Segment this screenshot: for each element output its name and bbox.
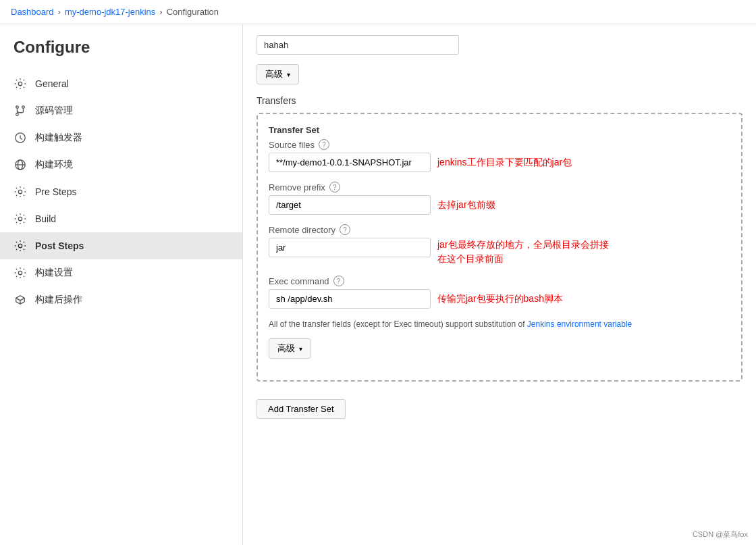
gear-icon [14,77,27,90]
watermark: CSDN @菜鸟fox [693,529,748,540]
svg-point-0 [18,82,22,85]
svg-point-1 [16,106,19,109]
remote-dir-label: Remote directory ? [269,224,730,235]
sidebar-item-presteps-label: Pre Steps [35,186,76,197]
top-value-field[interactable]: hahah [256,35,459,55]
clock-icon [14,131,27,145]
exec-cmd-label: Exec command ? [269,276,730,286]
sidebar-item-triggers-label: 构建触发器 [35,132,82,144]
svg-point-2 [22,106,25,109]
remove-prefix-help-icon[interactable]: ? [329,182,340,192]
source-files-group: Source files ? jenkins工作目录下要匹配的jar包 [269,139,730,172]
remote-dir-annotation: jar包最终存放的地方，全局根目录会拼接 在这个目录前面 [437,238,609,266]
sidebar-item-triggers[interactable]: 构建触发器 [0,124,242,151]
breadcrumb: Dashboard › my-demo-jdk17-jenkins › Conf… [0,0,756,24]
source-files-help-icon[interactable]: ? [319,139,329,150]
svg-point-3 [16,113,19,116]
svg-point-10 [18,271,22,274]
source-files-label: Source files ? [269,139,730,150]
add-transfer-set-button[interactable]: Add Transfer Set [256,399,346,419]
svg-point-8 [18,217,22,220]
main-content: hahah 高级 ▾ Transfers Transfer Set Source… [243,24,756,545]
sidebar-title: Configure [0,38,242,70]
globe-icon [14,158,27,172]
exec-cmd-annotation: 传输完jar包要执行的bash脚本 [437,293,563,305]
breadcrumb-current: Configuration [167,7,219,17]
fork-icon [14,104,27,118]
transfer-set-box: Transfer Set Source files ? jenkins工作目录下… [256,113,742,382]
advanced-button-bottom[interactable]: 高级 ▾ [269,338,311,359]
svg-point-7 [18,190,22,193]
remove-prefix-group: Remove prefix ? 去掉jar包前缀 [269,182,730,215]
sidebar: Configure General 源码管理 [0,24,243,545]
sidebar-item-build-label: Build [35,213,56,224]
sidebar-item-poststeps[interactable]: Post Steps [0,232,242,259]
sidebar-item-build[interactable]: Build [0,205,242,232]
sidebar-item-poststeps-label: Post Steps [35,240,84,251]
advanced-button-top[interactable]: 高级 ▾ [256,64,299,84]
info-text: All of the transfer fields (except for E… [269,318,730,330]
exec-cmd-help-icon[interactable]: ? [333,276,344,286]
remote-dir-group: Remote directory ? jar包最终存放的地方，全局根目录会拼接 … [269,224,730,266]
gear-poststeps-icon [14,239,27,253]
transfers-label: Transfers [256,95,742,106]
sidebar-item-source[interactable]: 源码管理 [0,97,242,124]
chevron-down-icon: ▾ [287,71,290,78]
source-files-annotation: jenkins工作目录下要匹配的jar包 [437,157,572,169]
sidebar-item-settings-label: 构建设置 [35,267,73,279]
remove-prefix-input[interactable] [269,195,431,215]
sidebar-item-env[interactable]: 构建环境 [0,151,242,178]
exec-cmd-input[interactable] [269,289,431,309]
source-files-input[interactable] [269,153,431,172]
sidebar-item-presteps[interactable]: Pre Steps [0,178,242,205]
exec-cmd-group: Exec command ? 传输完jar包要执行的bash脚本 [269,276,730,309]
chevron-down-icon-2: ▾ [299,345,302,353]
gear-presteps-icon [14,185,27,199]
svg-point-9 [18,244,22,247]
remote-dir-help-icon[interactable]: ? [340,224,350,235]
box-icon [14,293,27,307]
breadcrumb-job[interactable]: my-demo-jdk17-jenkins [65,7,155,17]
sidebar-item-general-label: General [35,78,69,89]
sidebar-item-env-label: 构建环境 [35,159,73,171]
remove-prefix-label: Remove prefix ? [269,182,730,192]
sidebar-item-source-label: 源码管理 [35,105,73,117]
sidebar-item-postbuild-label: 构建后操作 [35,294,82,306]
remove-prefix-annotation: 去掉jar包前缀 [437,199,495,211]
gear-build-icon [14,212,27,226]
gear-settings-icon [14,266,27,280]
jenkins-env-link[interactable]: Jenkins environment variable [527,319,632,329]
sidebar-item-general[interactable]: General [0,70,242,97]
breadcrumb-dashboard[interactable]: Dashboard [11,7,54,17]
transfer-set-title: Transfer Set [269,125,730,135]
sidebar-item-postbuild[interactable]: 构建后操作 [0,286,242,313]
remote-dir-input[interactable] [269,238,431,257]
sidebar-item-settings[interactable]: 构建设置 [0,259,242,286]
